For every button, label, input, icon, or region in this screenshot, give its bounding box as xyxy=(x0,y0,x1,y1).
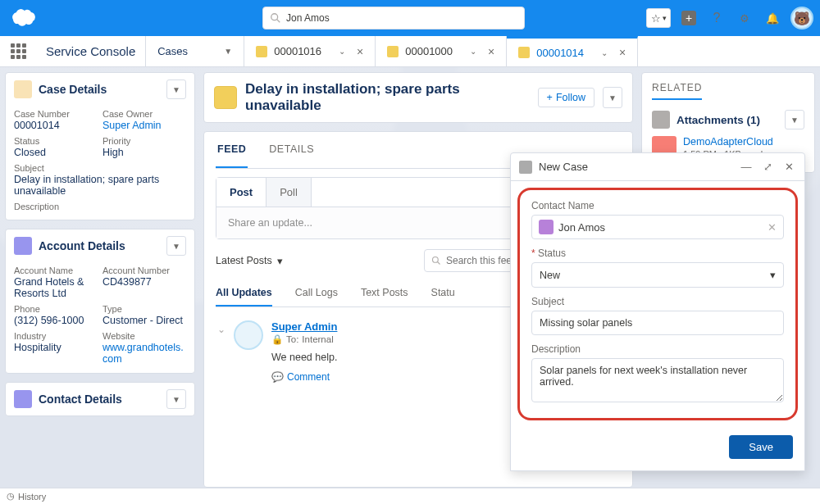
chevron-down-icon: ▼ xyxy=(608,93,617,102)
svg-line-3 xyxy=(438,262,440,265)
global-search-input[interactable] xyxy=(286,12,517,24)
field-label: Subject xyxy=(14,163,186,173)
expand-icon: ⤢ xyxy=(763,161,772,173)
close-icon[interactable]: × xyxy=(488,45,494,58)
description-label: Description xyxy=(531,343,784,355)
minimize-icon: — xyxy=(741,161,752,173)
record-header: Delay in installation; spare parts unava… xyxy=(203,72,633,123)
status-label: * Status xyxy=(531,247,784,259)
card-menu-button[interactable]: ▼ xyxy=(166,79,186,99)
case-icon xyxy=(256,46,267,57)
contact-pill[interactable]: Jon Amos ✕ xyxy=(531,215,784,239)
favorites-button[interactable]: ☆▾ xyxy=(646,8,671,28)
panel-title: New Case xyxy=(539,161,732,173)
save-button[interactable]: Save xyxy=(729,435,793,459)
chevron-down-icon: ▼ xyxy=(172,395,180,404)
tab-details[interactable]: DETAILS xyxy=(267,132,316,168)
related-header: RELATED xyxy=(652,82,702,100)
follow-button[interactable]: +Follow xyxy=(538,88,594,107)
history-button[interactable]: History xyxy=(18,492,46,502)
account-details-card: Account Details ▼ Account NameGrand Hote… xyxy=(5,229,195,374)
plus-icon: + xyxy=(547,92,553,103)
post-audience: Internal xyxy=(302,334,333,344)
workspace-tab-3[interactable]: 00001014 ⌄ × xyxy=(507,36,638,66)
contact-label: Contact Name xyxy=(531,200,784,211)
attachments-menu[interactable]: ▼ xyxy=(785,110,804,129)
avatar-face-icon: 🐻 xyxy=(794,11,810,26)
case-owner-link[interactable]: Super Admin xyxy=(102,120,186,131)
composer-tab-post[interactable]: Post xyxy=(216,178,266,207)
status-select[interactable]: New ▾ xyxy=(531,262,784,288)
sort-label: Latest Posts xyxy=(216,255,272,266)
post-to-label: To: xyxy=(286,334,298,344)
field-label: Account Name xyxy=(14,266,98,275)
help-button[interactable]: ? xyxy=(707,8,727,28)
gear-icon: ⚙ xyxy=(740,12,749,25)
case-icon xyxy=(14,80,32,98)
remove-icon[interactable]: ✕ xyxy=(768,221,777,234)
subject-input[interactable] xyxy=(531,311,784,335)
global-add-button[interactable]: + xyxy=(679,8,699,28)
close-icon[interactable]: × xyxy=(357,45,363,58)
field-value: (312) 596-1000 xyxy=(14,315,98,326)
field-value: CD439877 xyxy=(102,276,186,288)
case-icon xyxy=(518,47,530,58)
app-name: Service Console xyxy=(36,36,146,66)
post-author-link[interactable]: Super Admin xyxy=(271,320,337,333)
avatar xyxy=(234,320,263,350)
follow-label: Follow xyxy=(556,92,585,103)
field-value: High xyxy=(102,147,186,158)
waffle-icon xyxy=(11,43,26,59)
close-button[interactable]: ✕ xyxy=(781,161,796,173)
svg-line-1 xyxy=(277,20,280,23)
close-icon: ✕ xyxy=(785,161,794,173)
user-avatar[interactable]: 🐻 xyxy=(790,7,813,30)
field-value: Customer - Direct xyxy=(102,315,186,326)
field-value: Grand Hotels & Resorts Ltd xyxy=(14,276,98,299)
card-menu-button[interactable]: ▼ xyxy=(166,389,186,409)
global-search[interactable] xyxy=(262,7,525,30)
field-value: Closed xyxy=(14,147,98,158)
chevron-down-icon: ▾ xyxy=(663,14,667,22)
follow-menu-button[interactable]: ▼ xyxy=(603,87,622,108)
close-icon[interactable]: × xyxy=(619,46,626,59)
description-textarea[interactable] xyxy=(531,358,784,402)
field-label: Priority xyxy=(102,136,186,146)
expand-button[interactable]: ⤢ xyxy=(760,161,775,173)
field-value: Hospitality xyxy=(14,342,98,353)
website-link[interactable]: www.grandhotels.com xyxy=(102,342,186,365)
field-label: Industry xyxy=(14,331,98,341)
app-nav-bar: Service Console Cases ▼ 00001016 ⌄ × 000… xyxy=(0,36,820,67)
collapse-icon[interactable]: ⌄ xyxy=(217,320,226,383)
star-icon: ☆ xyxy=(651,12,661,25)
tab-label: 00001014 xyxy=(536,47,584,59)
filter-call-logs[interactable]: Call Logs xyxy=(295,280,338,306)
global-header: ☆▾ + ? ⚙ 🔔 🐻 xyxy=(0,0,820,36)
case-icon xyxy=(214,86,237,109)
panel-header[interactable]: New Case — ⤢ ✕ xyxy=(511,153,804,181)
nav-item-cases[interactable]: Cases ▼ xyxy=(146,36,244,66)
nav-item-label: Cases xyxy=(157,45,188,57)
contact-details-card: Contact Details ▼ xyxy=(5,382,195,416)
card-title: Case Details xyxy=(39,83,160,96)
bell-icon: 🔔 xyxy=(766,12,779,25)
minimize-button[interactable]: — xyxy=(739,161,754,173)
field-label: Type xyxy=(102,304,186,314)
notifications-button[interactable]: 🔔 xyxy=(763,8,782,28)
workspace-tab-2[interactable]: 00001000 ⌄ × xyxy=(376,36,507,66)
app-launcher[interactable] xyxy=(0,36,36,66)
case-details-card: Case Details ▼ Case Number00001014 Case … xyxy=(5,72,195,220)
setup-button[interactable]: ⚙ xyxy=(735,8,754,28)
question-icon: ? xyxy=(713,11,721,25)
workspace-tab-1[interactable]: 00001016 ⌄ × xyxy=(244,36,376,66)
filter-text-posts[interactable]: Text Posts xyxy=(361,280,408,306)
status-value: New xyxy=(540,270,560,281)
sort-button[interactable]: Latest Posts▾ xyxy=(216,255,283,267)
filter-all-updates[interactable]: All Updates xyxy=(216,280,272,306)
tab-feed[interactable]: FEED xyxy=(216,132,248,168)
filter-status[interactable]: Statu xyxy=(431,280,455,306)
chevron-down-icon: ▼ xyxy=(172,85,180,94)
composer-tab-poll[interactable]: Poll xyxy=(266,178,312,207)
account-icon xyxy=(14,237,32,255)
card-menu-button[interactable]: ▼ xyxy=(166,236,186,256)
